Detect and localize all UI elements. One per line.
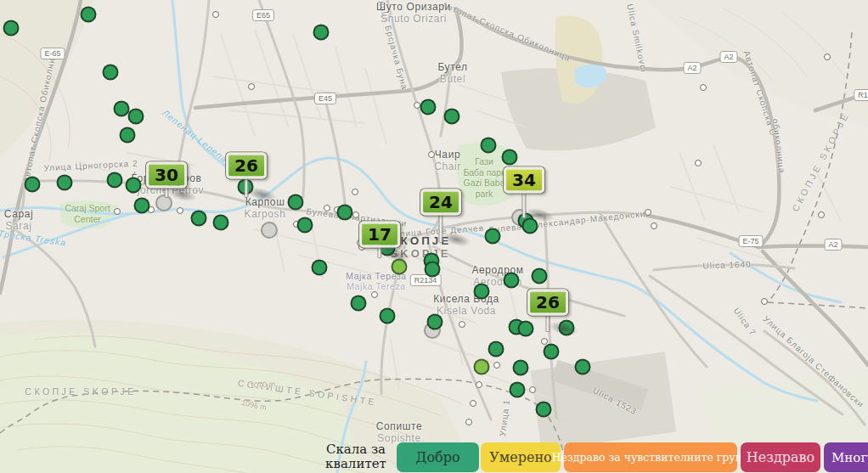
- aqi-sign[interactable]: 17: [359, 222, 400, 248]
- elevation-label: 1096 m: [240, 398, 267, 412]
- marker-dot-green[interactable]: [288, 194, 304, 211]
- marker-dot-small[interactable]: [212, 11, 219, 18]
- marker-dot-green[interactable]: [575, 359, 591, 375]
- marker-dot-green[interactable]: [313, 25, 330, 41]
- road-shield: E65: [252, 9, 274, 21]
- marker-dot-green[interactable]: [427, 314, 443, 330]
- marker-dot-small[interactable]: [114, 208, 121, 215]
- marker-dot-green[interactable]: [337, 205, 353, 221]
- street-label: Ulica 1640: [702, 260, 752, 271]
- marker-dot-small[interactable]: [248, 83, 255, 90]
- street-label: Ulica Smilkovci: [625, 3, 649, 74]
- marker-dot-green[interactable]: [351, 296, 367, 312]
- street-label: Автопат Скопска Обиколница: [441, 0, 572, 63]
- street-label: Улица Благоја Стефановски: [761, 314, 865, 409]
- marker-dot-small[interactable]: [476, 381, 482, 388]
- place-label: БутелButel: [437, 62, 467, 86]
- marker-dot-small[interactable]: [352, 211, 359, 218]
- marker-dot-small[interactable]: [371, 291, 378, 298]
- marker-dot-green[interactable]: [191, 211, 207, 227]
- marker-dot-green[interactable]: [134, 198, 150, 214]
- marker-dot-green[interactable]: [522, 218, 538, 234]
- marker-dot-green[interactable]: [502, 149, 518, 166]
- marker-dot-green[interactable]: [544, 344, 560, 360]
- marker-dot-green[interactable]: [120, 127, 136, 144]
- marker-dot-small[interactable]: [761, 298, 768, 305]
- marker-dot-green[interactable]: [297, 217, 313, 234]
- marker-dot-green[interactable]: [107, 172, 123, 189]
- marker-dot-green[interactable]: [425, 262, 441, 278]
- marker-dot-green[interactable]: [536, 402, 552, 418]
- marker-dot-green[interactable]: [481, 138, 497, 154]
- marker-dot-small[interactable]: [428, 151, 435, 158]
- road-shield: E-75: [738, 235, 763, 247]
- place-label: СарајSaraj: [4, 209, 34, 233]
- aqi-sign[interactable]: 34: [504, 167, 544, 194]
- marker-dot-small[interactable]: [529, 386, 536, 393]
- road-shield: E45: [314, 93, 336, 104]
- marker-dot-small[interactable]: [470, 400, 476, 407]
- marker-dot-green[interactable]: [513, 360, 529, 376]
- aqi-sign[interactable]: 24: [420, 189, 461, 216]
- marker-dot-gray[interactable]: [261, 222, 278, 239]
- marker-dot-green[interactable]: [25, 177, 41, 193]
- park-label: Caraj SportCenter: [65, 203, 110, 224]
- legend-button[interactable]: Добро: [397, 442, 479, 472]
- aqi-sign[interactable]: 30: [146, 162, 187, 189]
- marker-dot-small[interactable]: [818, 211, 825, 218]
- street-label: Улица Црногорска 2: [43, 159, 138, 173]
- marker-dot-green[interactable]: [510, 382, 526, 398]
- marker-dot-small[interactable]: [459, 321, 465, 328]
- marker-dot-green[interactable]: [126, 177, 142, 194]
- aqi-sign[interactable]: 26: [226, 153, 267, 179]
- marker-dot-small[interactable]: [700, 84, 707, 91]
- marker-dot-green[interactable]: [57, 175, 73, 191]
- place-label: ЧаирChair: [434, 149, 461, 173]
- marker-dot-green[interactable]: [504, 273, 520, 289]
- place-label: Кисела ВодаKisela Voda: [433, 294, 499, 318]
- street-label: Ulica 7: [732, 306, 758, 337]
- road-shield: A2: [824, 239, 842, 251]
- elevation-label: 1070 m: [250, 380, 276, 390]
- marker-dot-light-green[interactable]: [474, 359, 490, 375]
- marker-dot-green[interactable]: [444, 109, 460, 125]
- region-label: СКОПЈЕ SKOPJE: [25, 386, 136, 397]
- marker-dot-small[interactable]: [177, 207, 183, 214]
- marker-dot-small[interactable]: [465, 419, 472, 425]
- road-shield: E-65: [40, 48, 65, 59]
- legend-button[interactable]: Нездраво: [741, 442, 820, 472]
- marker-dot-green[interactable]: [128, 109, 144, 125]
- marker-dot-small[interactable]: [352, 189, 358, 195]
- marker-dot-small[interactable]: [824, 53, 831, 60]
- marker-dot-green[interactable]: [81, 7, 97, 23]
- road-shield: A2: [719, 51, 737, 63]
- marker-dot-green[interactable]: [380, 308, 396, 324]
- marker-dot-green[interactable]: [474, 284, 490, 300]
- place-label: Шуто ОризариShuto Orizari: [376, 2, 451, 25]
- marker-dot-green[interactable]: [420, 99, 437, 115]
- region-label: СКОПЈЕ SKOPJE: [790, 110, 851, 213]
- legend-button[interactable]: Многу Не: [824, 442, 868, 472]
- marker-dot-green[interactable]: [103, 65, 119, 81]
- marker-dot-green[interactable]: [532, 268, 548, 284]
- marker-dot-green[interactable]: [518, 321, 534, 337]
- legend-button[interactable]: Нездраво за чувствителните групи: [564, 442, 737, 472]
- legend-button[interactable]: Умерено: [481, 442, 561, 472]
- marker-dot-small[interactable]: [695, 160, 702, 166]
- street-label: обиколница: [771, 118, 787, 174]
- park-label: ГазиБаба паркGazi Babapark: [463, 156, 504, 199]
- marker-dot-green[interactable]: [213, 215, 229, 231]
- marker-dot-green[interactable]: [488, 341, 504, 358]
- air-quality-map[interactable]: Шуто ОризариShuto OrizariБутелButelЧаирC…: [0, 0, 868, 473]
- aqi-sign[interactable]: 26: [527, 290, 568, 316]
- marker-dot-small[interactable]: [493, 362, 500, 369]
- marker-dot-small[interactable]: [651, 222, 657, 229]
- aqi-sign-post: [439, 211, 443, 243]
- marker-dot-green[interactable]: [3, 20, 20, 37]
- marker-dot-green[interactable]: [312, 260, 328, 276]
- marker-dot-green[interactable]: [485, 228, 501, 245]
- marker-dot-small[interactable]: [645, 209, 651, 216]
- map-overlays: Шуто ОризариShuto OrizariБутелButelЧаирC…: [0, 0, 868, 473]
- marker-dot-small[interactable]: [324, 205, 330, 211]
- street-label: Улица 1: [498, 399, 511, 437]
